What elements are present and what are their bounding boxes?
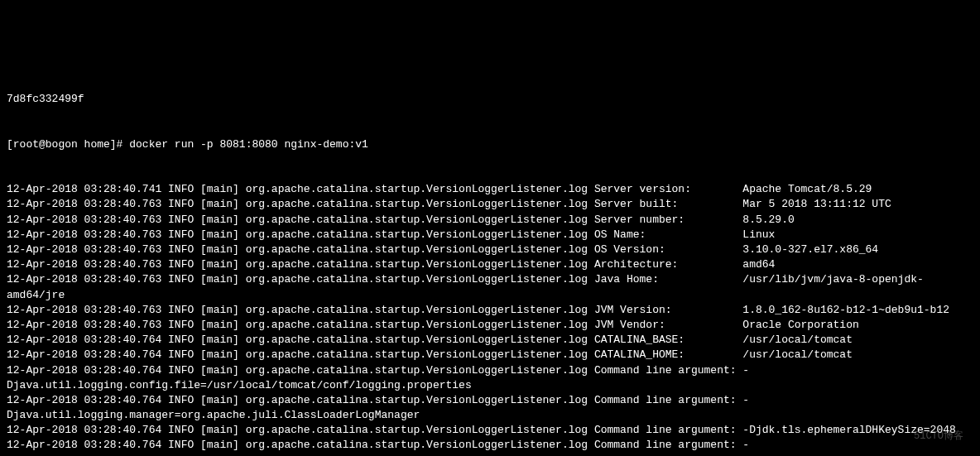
log-line: 12-Apr-2018 03:28:40.763 INFO [main] org… [7, 213, 973, 228]
command-prompt-line: [root@bogon home]# docker run -p 8081:80… [7, 137, 973, 152]
log-line: 12-Apr-2018 03:28:40.763 INFO [main] org… [7, 257, 973, 272]
watermark-text: 51CTO博客 [914, 430, 963, 444]
log-line: 12-Apr-2018 03:28:40.764 INFO [main] org… [7, 363, 973, 393]
log-line: 12-Apr-2018 03:28:40.763 INFO [main] org… [7, 228, 973, 242]
log-output: 12-Apr-2018 03:28:40.741 INFO [main] org… [7, 182, 973, 456]
log-line: 12-Apr-2018 03:28:40.764 INFO [main] org… [7, 393, 973, 423]
log-line: 12-Apr-2018 03:28:40.763 INFO [main] org… [7, 272, 973, 302]
log-line: 12-Apr-2018 03:28:40.764 INFO [main] org… [7, 348, 973, 362]
log-line: 12-Apr-2018 03:28:40.763 INFO [main] org… [7, 318, 973, 333]
log-line: 12-Apr-2018 03:28:40.763 INFO [main] org… [7, 242, 973, 257]
hash-line: 7d8fc332499f [7, 92, 973, 107]
log-line: 12-Apr-2018 03:28:40.763 INFO [main] org… [7, 303, 973, 318]
log-line: 12-Apr-2018 03:28:40.764 INFO [main] org… [7, 438, 973, 456]
terminal-output[interactable]: 7d8fc332499f [root@bogon home]# docker r… [7, 62, 973, 456]
log-line: 12-Apr-2018 03:28:40.741 INFO [main] org… [7, 182, 973, 197]
log-line: 12-Apr-2018 03:28:40.763 INFO [main] org… [7, 197, 973, 212]
log-line: 12-Apr-2018 03:28:40.764 INFO [main] org… [7, 423, 973, 438]
log-line: 12-Apr-2018 03:28:40.764 INFO [main] org… [7, 333, 973, 348]
